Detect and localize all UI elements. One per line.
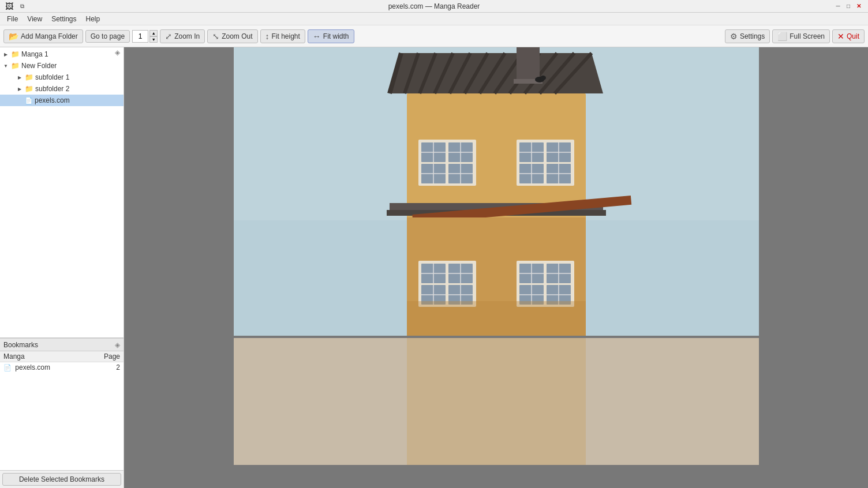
title-bar-left: 🖼 ⧉ <box>5 2 27 11</box>
settings-icon: ⚙ <box>730 32 738 41</box>
minimize-button[interactable]: ─ <box>833 2 843 11</box>
svg-rect-16 <box>517 47 540 82</box>
app-icon: 🖼 <box>5 2 14 11</box>
bookmarks-panel: Bookmarks ◈ Manga Page 📄 <box>0 338 124 488</box>
tree-toggle-pexels: ▶ <box>16 97 23 104</box>
tree-toggle-manga1: ▶ <box>2 51 9 58</box>
folder-icon-subfolder2: 📁 <box>25 85 33 93</box>
menu-file[interactable]: File <box>2 14 23 24</box>
tree-toggle-new-folder: ▼ <box>2 62 9 69</box>
tree-label-subfolder1: subfolder 1 <box>35 73 69 81</box>
bookmark-file-icon: 📄 <box>3 364 12 371</box>
maximize-button[interactable]: □ <box>844 2 853 11</box>
tree-item-subfolder1[interactable]: ▶ 📁 subfolder 1 <box>0 72 124 83</box>
fit-width-label: Fit width <box>323 32 349 40</box>
tree-item-manga1[interactable]: ▶ 📁 Manga 1 <box>0 48 124 60</box>
folder-icon-new-folder: 📁 <box>11 62 20 70</box>
quit-label: Quit <box>847 32 859 40</box>
full-screen-icon: ⬜ <box>777 32 787 41</box>
bookmarks-col-page: Page <box>87 351 124 362</box>
bookmarks-content: Manga Page 📄 pexels.com 2 <box>0 351 124 470</box>
building-svg <box>234 47 759 336</box>
full-screen-button[interactable]: ⬜ Full Screen <box>772 29 830 43</box>
bookmark-page-cell: 2 <box>87 362 124 373</box>
zoom-out-label: Zoom Out <box>222 32 252 40</box>
left-panel: ◈ ▶ 📁 Manga 1 ▼ 📁 New Folder ▶ 📁 <box>0 47 124 488</box>
delete-bookmarks-button[interactable]: Delete Selected Bookmarks <box>2 473 121 486</box>
folder-icon-manga1: 📁 <box>11 50 20 58</box>
svg-rect-76 <box>407 301 586 336</box>
menu-help[interactable]: Help <box>81 14 105 24</box>
tree-item-subfolder2[interactable]: ▶ 📁 subfolder 2 <box>0 83 124 95</box>
svg-rect-78 <box>407 338 586 465</box>
tree-panel: ◈ ▶ 📁 Manga 1 ▼ 📁 New Folder ▶ 📁 <box>0 47 124 338</box>
page-down-button[interactable]: ▼ <box>149 36 158 43</box>
tree-label-subfolder2: subfolder 2 <box>35 85 69 93</box>
settings-button[interactable]: ⚙ Settings <box>725 29 770 43</box>
bookmarks-title: Bookmarks <box>3 341 38 349</box>
main-area: ◈ ▶ 📁 Manga 1 ▼ 📁 New Folder ▶ 📁 <box>0 47 868 488</box>
bookmarks-header: Bookmarks ◈ <box>0 339 124 351</box>
tree-toggle-subfolder1: ▶ <box>16 74 23 81</box>
manga-page-2 <box>234 338 759 465</box>
menu-bar: File View Settings Help <box>0 13 868 25</box>
fit-width-button[interactable]: ↔ Fit width <box>308 29 354 43</box>
tree-toggle-subfolder2: ▶ <box>16 85 23 92</box>
tree-panel-pin[interactable]: ◈ <box>113 48 121 57</box>
go-to-page-label: Go to page <box>91 32 125 40</box>
zoom-in-button[interactable]: ⤢ Zoom In <box>160 29 205 43</box>
zoom-in-icon: ⤢ <box>165 32 172 41</box>
manga-page-1 <box>234 47 759 336</box>
title-bar: 🖼 ⧉ pexels.com — Manga Reader ─ □ ✕ <box>0 0 868 13</box>
content-area[interactable] <box>124 47 868 488</box>
bookmark-row[interactable]: 📄 pexels.com 2 <box>0 362 124 373</box>
toolbar-right: ⚙ Settings ⬜ Full Screen ✕ Quit <box>725 29 865 43</box>
bookmark-manga-cell: 📄 pexels.com <box>0 362 87 373</box>
fit-height-button[interactable]: ↕ Fit height <box>260 29 305 43</box>
full-screen-label: Full Screen <box>790 32 825 40</box>
bookmarks-footer: Delete Selected Bookmarks <box>0 470 124 488</box>
zoom-out-icon: ⤡ <box>212 32 219 41</box>
page-spinner: ▲ ▼ <box>149 30 158 43</box>
add-folder-icon: 📂 <box>9 32 18 41</box>
quit-icon: ✕ <box>837 32 844 41</box>
fit-height-icon: ↕ <box>265 32 270 41</box>
tree-item-pexels[interactable]: ▶ 📄 pexels.com <box>0 95 124 106</box>
close-button[interactable]: ✕ <box>854 2 863 11</box>
bookmarks-panel-pin[interactable]: ◈ <box>113 341 121 349</box>
bookmarks-table: Manga Page 📄 pexels.com 2 <box>0 351 124 373</box>
window-title: pexels.com — Manga Reader <box>388 2 480 10</box>
settings-label: Settings <box>740 32 765 40</box>
file-icon-pexels: 📄 <box>25 97 33 104</box>
bookmarks-col-manga: Manga <box>0 351 87 362</box>
fit-height-label: Fit height <box>272 32 300 40</box>
tree-label-pexels: pexels.com <box>35 96 70 104</box>
svg-point-19 <box>540 76 546 80</box>
fit-width-icon: ↔ <box>313 32 321 41</box>
folder-tree: ▶ 📁 Manga 1 ▼ 📁 New Folder ▶ 📁 subfolder… <box>0 47 124 107</box>
restore-icon[interactable]: ⧉ <box>17 2 27 11</box>
tree-label-new-folder: New Folder <box>21 62 57 70</box>
go-to-page-button[interactable]: Go to page <box>85 30 130 43</box>
quit-button[interactable]: ✕ Quit <box>832 29 865 43</box>
add-manga-folder-label: Add Manga Folder <box>21 32 78 40</box>
folder-icon-subfolder1: 📁 <box>25 73 33 81</box>
page-input-group: ▲ ▼ <box>132 30 158 43</box>
window-controls: ─ □ ✕ <box>833 2 863 11</box>
add-manga-folder-button[interactable]: 📂 Add Manga Folder <box>3 29 83 43</box>
toolbar: 📂 Add Manga Folder Go to page ▲ ▼ ⤢ Zoom… <box>0 25 868 47</box>
tree-item-new-folder[interactable]: ▼ 📁 New Folder <box>0 60 124 72</box>
lower-building-svg <box>234 338 759 465</box>
bookmark-manga-name: pexels.com <box>15 363 50 371</box>
tree-label-manga1: Manga 1 <box>21 50 48 58</box>
menu-view[interactable]: View <box>23 14 47 24</box>
page-number-input[interactable] <box>132 30 148 43</box>
page-up-button[interactable]: ▲ <box>149 30 158 36</box>
zoom-in-label: Zoom In <box>174 32 200 40</box>
menu-settings[interactable]: Settings <box>47 14 81 24</box>
zoom-out-button[interactable]: ⤡ Zoom Out <box>207 29 257 43</box>
